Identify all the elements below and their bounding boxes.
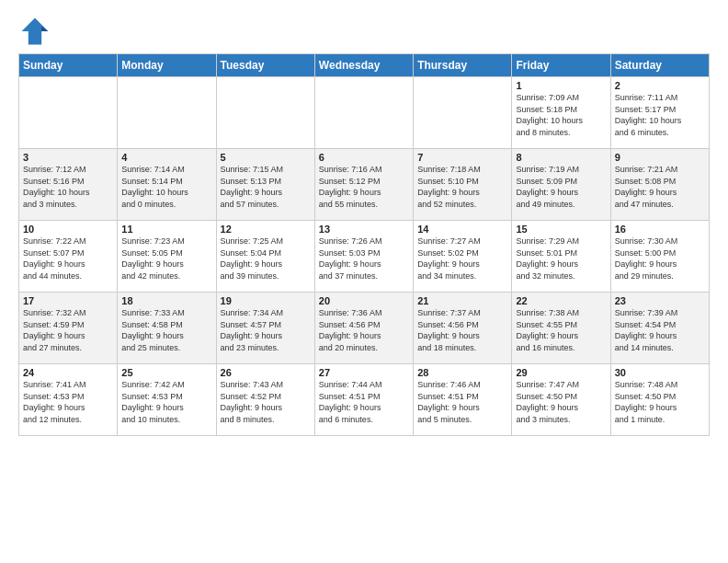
weekday-header: Wednesday bbox=[314, 54, 413, 77]
day-number: 20 bbox=[319, 295, 409, 306]
day-info: Sunrise: 7:34 AM Sunset: 4:57 PM Dayligh… bbox=[221, 307, 311, 353]
calendar-cell: 15Sunrise: 7:29 AM Sunset: 5:01 PM Dayli… bbox=[512, 221, 610, 293]
calendar-cell: 3Sunrise: 7:12 AM Sunset: 5:16 PM Daylig… bbox=[19, 149, 118, 221]
day-info: Sunrise: 7:30 AM Sunset: 5:00 PM Dayligh… bbox=[615, 236, 705, 282]
day-info: Sunrise: 7:23 AM Sunset: 5:05 PM Dayligh… bbox=[121, 236, 211, 282]
calendar-cell: 30Sunrise: 7:48 AM Sunset: 4:50 PM Dayli… bbox=[610, 364, 709, 436]
day-number: 28 bbox=[417, 367, 507, 378]
calendar-cell: 23Sunrise: 7:39 AM Sunset: 4:54 PM Dayli… bbox=[610, 293, 709, 364]
calendar-cell: 11Sunrise: 7:23 AM Sunset: 5:05 PM Dayli… bbox=[118, 221, 216, 293]
day-info: Sunrise: 7:25 AM Sunset: 5:04 PM Dayligh… bbox=[221, 236, 311, 282]
day-info: Sunrise: 7:14 AM Sunset: 5:14 PM Dayligh… bbox=[121, 164, 211, 210]
header-row: SundayMondayTuesdayWednesdayThursdayFrid… bbox=[19, 54, 710, 77]
day-info: Sunrise: 7:48 AM Sunset: 4:50 PM Dayligh… bbox=[615, 379, 705, 425]
calendar-cell: 16Sunrise: 7:30 AM Sunset: 5:00 PM Dayli… bbox=[610, 221, 709, 293]
calendar-cell: 24Sunrise: 7:41 AM Sunset: 4:53 PM Dayli… bbox=[19, 364, 118, 436]
calendar-cell: 12Sunrise: 7:25 AM Sunset: 5:04 PM Dayli… bbox=[216, 221, 314, 293]
calendar-cell: 20Sunrise: 7:36 AM Sunset: 4:56 PM Dayli… bbox=[314, 293, 413, 364]
day-info: Sunrise: 7:39 AM Sunset: 4:54 PM Dayligh… bbox=[615, 307, 705, 353]
day-info: Sunrise: 7:09 AM Sunset: 5:18 PM Dayligh… bbox=[516, 92, 606, 138]
day-number: 21 bbox=[417, 295, 507, 306]
calendar-table: SundayMondayTuesdayWednesdayThursdayFrid… bbox=[18, 53, 710, 436]
calendar-cell: 4Sunrise: 7:14 AM Sunset: 5:14 PM Daylig… bbox=[118, 149, 216, 221]
calendar-cell: 27Sunrise: 7:44 AM Sunset: 4:51 PM Dayli… bbox=[314, 364, 413, 436]
day-number: 15 bbox=[516, 224, 606, 235]
calendar-cell: 19Sunrise: 7:34 AM Sunset: 4:57 PM Dayli… bbox=[216, 293, 314, 364]
day-info: Sunrise: 7:27 AM Sunset: 5:02 PM Dayligh… bbox=[417, 236, 507, 282]
day-number: 1 bbox=[516, 80, 606, 91]
calendar-cell: 22Sunrise: 7:38 AM Sunset: 4:55 PM Dayli… bbox=[512, 293, 610, 364]
calendar-cell: 5Sunrise: 7:15 AM Sunset: 5:13 PM Daylig… bbox=[216, 149, 314, 221]
calendar-cell: 14Sunrise: 7:27 AM Sunset: 5:02 PM Dayli… bbox=[414, 221, 512, 293]
day-number: 4 bbox=[121, 152, 211, 163]
day-info: Sunrise: 7:11 AM Sunset: 5:17 PM Dayligh… bbox=[615, 92, 705, 138]
weekday-header: Thursday bbox=[414, 54, 512, 77]
calendar-cell: 29Sunrise: 7:47 AM Sunset: 4:50 PM Dayli… bbox=[512, 364, 610, 436]
calendar-cell: 25Sunrise: 7:42 AM Sunset: 4:53 PM Dayli… bbox=[118, 364, 216, 436]
day-info: Sunrise: 7:21 AM Sunset: 5:08 PM Dayligh… bbox=[615, 164, 705, 210]
calendar-week-row: 1Sunrise: 7:09 AM Sunset: 5:18 PM Daylig… bbox=[19, 77, 710, 149]
calendar-week-row: 24Sunrise: 7:41 AM Sunset: 4:53 PM Dayli… bbox=[19, 364, 710, 436]
day-number: 23 bbox=[615, 295, 705, 306]
day-number: 19 bbox=[221, 295, 311, 306]
day-number: 7 bbox=[417, 152, 507, 163]
day-number: 3 bbox=[23, 152, 113, 163]
calendar-cell: 1Sunrise: 7:09 AM Sunset: 5:18 PM Daylig… bbox=[512, 77, 610, 149]
day-info: Sunrise: 7:43 AM Sunset: 4:52 PM Dayligh… bbox=[221, 379, 311, 425]
day-number: 2 bbox=[615, 80, 705, 91]
weekday-header: Tuesday bbox=[216, 54, 314, 77]
day-info: Sunrise: 7:42 AM Sunset: 4:53 PM Dayligh… bbox=[121, 379, 211, 425]
day-number: 14 bbox=[417, 224, 507, 235]
day-number: 22 bbox=[516, 295, 606, 306]
header bbox=[18, 15, 710, 48]
calendar-cell: 10Sunrise: 7:22 AM Sunset: 5:07 PM Dayli… bbox=[19, 221, 118, 293]
weekday-header: Sunday bbox=[19, 54, 118, 77]
day-number: 18 bbox=[121, 295, 211, 306]
calendar-week-row: 17Sunrise: 7:32 AM Sunset: 4:59 PM Dayli… bbox=[19, 293, 710, 364]
weekday-header: Friday bbox=[512, 54, 610, 77]
day-number: 29 bbox=[516, 367, 606, 378]
day-number: 6 bbox=[319, 152, 409, 163]
calendar-cell: 26Sunrise: 7:43 AM Sunset: 4:52 PM Dayli… bbox=[216, 364, 314, 436]
day-number: 13 bbox=[319, 224, 409, 235]
day-info: Sunrise: 7:19 AM Sunset: 5:09 PM Dayligh… bbox=[516, 164, 606, 210]
page: SundayMondayTuesdayWednesdayThursdayFrid… bbox=[0, 0, 728, 445]
day-number: 12 bbox=[221, 224, 311, 235]
weekday-header: Saturday bbox=[610, 54, 709, 77]
day-info: Sunrise: 7:44 AM Sunset: 4:51 PM Dayligh… bbox=[319, 379, 409, 425]
calendar-cell: 17Sunrise: 7:32 AM Sunset: 4:59 PM Dayli… bbox=[19, 293, 118, 364]
day-info: Sunrise: 7:32 AM Sunset: 4:59 PM Dayligh… bbox=[23, 307, 113, 353]
day-number: 11 bbox=[121, 224, 211, 235]
day-info: Sunrise: 7:47 AM Sunset: 4:50 PM Dayligh… bbox=[516, 379, 606, 425]
day-number: 30 bbox=[615, 367, 705, 378]
calendar-cell bbox=[314, 77, 413, 149]
calendar-cell: 18Sunrise: 7:33 AM Sunset: 4:58 PM Dayli… bbox=[118, 293, 216, 364]
day-info: Sunrise: 7:37 AM Sunset: 4:56 PM Dayligh… bbox=[417, 307, 507, 353]
day-info: Sunrise: 7:22 AM Sunset: 5:07 PM Dayligh… bbox=[23, 236, 113, 282]
calendar-cell: 9Sunrise: 7:21 AM Sunset: 5:08 PM Daylig… bbox=[610, 149, 709, 221]
calendar-cell bbox=[414, 77, 512, 149]
day-info: Sunrise: 7:15 AM Sunset: 5:13 PM Dayligh… bbox=[221, 164, 311, 210]
calendar-cell: 28Sunrise: 7:46 AM Sunset: 4:51 PM Dayli… bbox=[414, 364, 512, 436]
day-info: Sunrise: 7:38 AM Sunset: 4:55 PM Dayligh… bbox=[516, 307, 606, 353]
day-info: Sunrise: 7:33 AM Sunset: 4:58 PM Dayligh… bbox=[121, 307, 211, 353]
day-info: Sunrise: 7:46 AM Sunset: 4:51 PM Dayligh… bbox=[417, 379, 507, 425]
calendar-cell: 13Sunrise: 7:26 AM Sunset: 5:03 PM Dayli… bbox=[314, 221, 413, 293]
calendar-week-row: 3Sunrise: 7:12 AM Sunset: 5:16 PM Daylig… bbox=[19, 149, 710, 221]
calendar-cell bbox=[216, 77, 314, 149]
day-info: Sunrise: 7:41 AM Sunset: 4:53 PM Dayligh… bbox=[23, 379, 113, 425]
day-info: Sunrise: 7:16 AM Sunset: 5:12 PM Dayligh… bbox=[319, 164, 409, 210]
day-info: Sunrise: 7:12 AM Sunset: 5:16 PM Dayligh… bbox=[23, 164, 113, 210]
day-number: 17 bbox=[23, 295, 113, 306]
calendar-cell: 7Sunrise: 7:18 AM Sunset: 5:10 PM Daylig… bbox=[414, 149, 512, 221]
day-number: 25 bbox=[121, 367, 211, 378]
day-info: Sunrise: 7:29 AM Sunset: 5:01 PM Dayligh… bbox=[516, 236, 606, 282]
logo bbox=[18, 15, 55, 48]
calendar-cell bbox=[118, 77, 216, 149]
day-number: 26 bbox=[221, 367, 311, 378]
logo-icon bbox=[18, 15, 51, 48]
day-number: 9 bbox=[615, 152, 705, 163]
day-number: 27 bbox=[319, 367, 409, 378]
calendar-cell: 21Sunrise: 7:37 AM Sunset: 4:56 PM Dayli… bbox=[414, 293, 512, 364]
calendar-cell bbox=[19, 77, 118, 149]
